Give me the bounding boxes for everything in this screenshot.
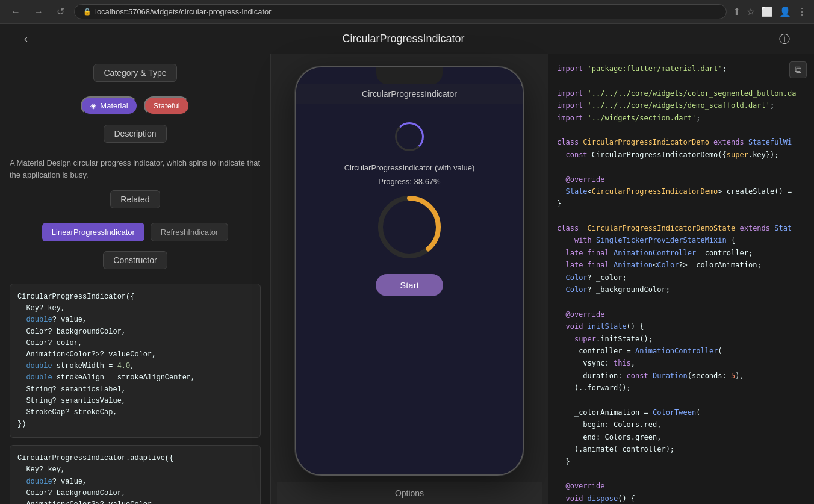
options-bar[interactable]: Options — [277, 482, 542, 504]
code-content: import 'package:flutter/material.dart'; … — [557, 63, 806, 504]
code-line: late final Animation<Color?> _colorAnima… — [557, 259, 806, 271]
header-back-button[interactable]: ‹ — [12, 24, 40, 54]
code-line: void initState() { — [557, 320, 806, 332]
badges-row: ◈ Material Stateful — [10, 96, 261, 115]
desktop-icon[interactable]: ⬜ — [761, 6, 773, 17]
code-line: _controller = AnimationController( — [557, 345, 806, 357]
code-line — [557, 468, 806, 480]
category-type-label: Category & Type — [93, 64, 176, 82]
code-line — [557, 75, 806, 87]
code-line — [557, 210, 806, 222]
phone-screen: CircularProgressIndicator CircularProgre… — [296, 67, 523, 474]
reload-button[interactable]: ↺ — [53, 4, 68, 20]
progress-label: Progress: 38.67% — [378, 177, 440, 186]
copy-button[interactable]: ⧉ — [789, 61, 807, 78]
code-line: @override — [557, 480, 806, 492]
material-icon: ◈ — [90, 101, 96, 110]
constructor-code-2: CircularProgressIndicator.adaptive({ Key… — [10, 445, 261, 504]
browser-bar: ← → ↺ 🔒 localhost:57068/widgets/circular… — [0, 0, 814, 24]
code-line: class CircularProgressIndicatorDemo exte… — [557, 136, 806, 148]
code-line: } — [557, 456, 806, 468]
circular-progress-svg — [373, 191, 446, 263]
code-line: import '../../../core/widgets/color_segm… — [557, 87, 806, 99]
phone-title-bar: CircularProgressIndicator — [296, 84, 523, 104]
code-line: import '../widgets/section.dart'; — [557, 112, 806, 124]
forward-button[interactable]: → — [30, 4, 47, 20]
code-line: import 'package:flutter/material.dart'; — [557, 63, 806, 75]
spinner-section — [395, 122, 424, 151]
phone-notch — [376, 67, 443, 84]
related-label: Related — [110, 190, 160, 208]
linear-progress-indicator-button[interactable]: LinearProgressIndicator — [42, 223, 144, 241]
page-title: CircularProgressIndicator — [330, 24, 476, 54]
code-line: end: Colors.green, — [557, 431, 806, 443]
demo-area: CircularProgressIndicator (with value) P… — [296, 104, 523, 474]
constructor-code-1: CircularProgressIndicator({ Key? key, do… — [10, 284, 261, 438]
demo-with-value-label: CircularProgressIndicator (with value) — [344, 163, 475, 172]
code-line: late final AnimationController _controll… — [557, 247, 806, 259]
browser-actions: ⬆ ☆ ⬜ 👤 ⋮ — [733, 6, 807, 17]
lock-icon: 🔒 — [83, 8, 92, 16]
share-icon[interactable]: ⬆ — [733, 6, 741, 17]
constructor-section: Constructor — [10, 251, 261, 276]
related-row: LinearProgressIndicator RefreshIndicator — [10, 223, 261, 241]
code-line: const CircularProgressIndicatorDemo({sup… — [557, 149, 806, 161]
code-line: class _CircularProgressIndicatorDemoStat… — [557, 222, 806, 234]
code-line: Color? _backgroundColor; — [557, 284, 806, 296]
url-bar[interactable]: 🔒 localhost:57068/widgets/circular-progr… — [74, 4, 727, 19]
code-line: vsync: this, — [557, 357, 806, 369]
material-label: Material — [100, 101, 128, 110]
back-button[interactable]: ← — [7, 4, 24, 20]
phone-title: CircularProgressIndicator — [362, 89, 457, 99]
app-header: ‹ CircularProgressIndicator ⓘ — [0, 24, 814, 54]
menu-icon[interactable]: ⋮ — [797, 6, 807, 17]
info-button[interactable]: ⓘ — [767, 24, 802, 54]
refresh-indicator-button[interactable]: RefreshIndicator — [151, 223, 228, 241]
code-line: @override — [557, 308, 806, 320]
url-text: localhost:57068/widgets/circular-progres… — [95, 7, 272, 16]
code-line: void dispose() { — [557, 493, 806, 504]
constructor-label: Constructor — [103, 251, 167, 269]
profile-icon[interactable]: 👤 — [779, 6, 791, 17]
material-badge[interactable]: ◈ Material — [81, 96, 137, 115]
phone-frame: CircularProgressIndicator CircularProgre… — [295, 66, 524, 476]
progress-section: CircularProgressIndicator (with value) P… — [308, 163, 511, 296]
start-button[interactable]: Start — [376, 274, 443, 296]
code-line — [557, 394, 806, 406]
center-panel: CircularProgressIndicator CircularProgre… — [271, 54, 548, 504]
code-line: import '../../../core/widgets/demo_scaff… — [557, 99, 806, 111]
right-panel: ⧉ import 'package:flutter/material.dart'… — [548, 54, 814, 504]
code-line: } — [557, 198, 806, 210]
code-line — [557, 124, 806, 136]
code-line: super.initState(); — [557, 333, 806, 345]
description-label: Description — [104, 125, 166, 143]
stateful-label: Stateful — [154, 101, 180, 110]
code-line — [557, 296, 806, 308]
code-line: begin: Colors.red, — [557, 418, 806, 431]
related-section: Related — [10, 190, 261, 216]
description-section: Description — [10, 125, 261, 150]
code-line — [557, 161, 806, 173]
description-text: A Material Design circular progress indi… — [10, 157, 261, 181]
circular-progress-container — [373, 191, 446, 263]
main-content: Category & Type ◈ Material Stateful Desc… — [0, 54, 814, 504]
code-line: )..forward(); — [557, 382, 806, 394]
indeterminate-spinner — [395, 122, 424, 151]
category-type-section: Category & Type — [10, 64, 261, 89]
code-line: @override — [557, 173, 806, 185]
stateful-badge[interactable]: Stateful — [144, 96, 190, 115]
code-line: State<CircularProgressIndicatorDemo> cre… — [557, 185, 806, 198]
star-icon[interactable]: ☆ — [747, 6, 755, 17]
code-line: ).animate(_controller); — [557, 443, 806, 455]
left-panel: Category & Type ◈ Material Stateful Desc… — [0, 54, 271, 504]
code-line: Color? _color; — [557, 272, 806, 284]
code-line: with SingleTickerProviderStateMixin { — [557, 234, 806, 246]
code-line: duration: const Duration(seconds: 5), — [557, 370, 806, 382]
code-line: _colorAnimation = ColorTween( — [557, 406, 806, 418]
